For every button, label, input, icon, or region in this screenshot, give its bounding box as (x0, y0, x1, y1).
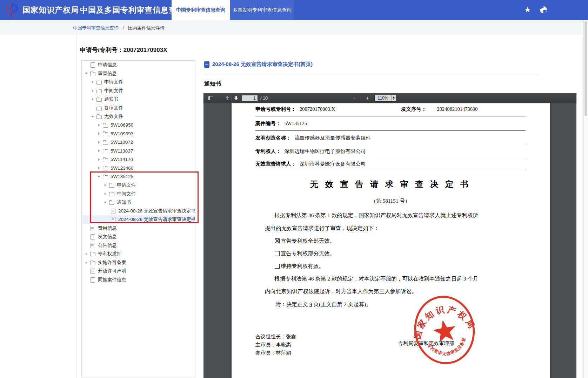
tree-item-notifications[interactable]: 通知书 (82, 95, 195, 104)
notice-section-heading: 通知书 (204, 80, 221, 88)
sidebar-toggle-button[interactable] (208, 94, 213, 102)
tree-item-patent-pledge[interactable]: 专利权质押 (82, 250, 195, 258)
chevron-right-icon[interactable] (96, 140, 101, 145)
product-name: 中国及多国专利审查信息查询 (80, 5, 185, 15)
tree-item-5W110072[interactable]: 5W110072 (82, 138, 195, 147)
arrow-up-icon (225, 96, 229, 100)
tree-item-application-files[interactable]: 申请文件 (82, 78, 195, 87)
tree-item-reexamination-files[interactable]: 复审文件 (82, 104, 195, 113)
next-page-button[interactable] (234, 94, 238, 102)
tree-item-fee-info[interactable]: 费用信息 (82, 224, 195, 233)
signer-panel-chief: 合议组组长：张鑫 (255, 333, 296, 340)
tree-item-intermediate-files[interactable]: 中间文件 (82, 87, 195, 95)
tab-china-patent-query[interactable]: 中国专利审查信息查询 (172, 0, 230, 20)
folder-icon (96, 88, 102, 94)
tree-item-gazette-info[interactable]: 公告信息 (82, 241, 195, 250)
field-petitioner: 无效宣告请求人：深圳市科曼医疗设备有限公司 (255, 160, 366, 167)
tab-multi-country-query[interactable]: 多国发明专利审查信息查询 (230, 0, 294, 20)
option-declare-partially-invalid: 宣告专利权部分无效。 (275, 250, 335, 257)
tree-item-5W106950[interactable]: 5W106950 (82, 121, 195, 130)
chevron-right-icon[interactable] (90, 97, 95, 102)
pdf-toolbar: / 10 − + 110% (203, 93, 576, 103)
pdf-page: 申请号或专利号：200720170903.X 发文序号：202408210147… (232, 103, 550, 378)
chevron-down-icon[interactable] (90, 114, 95, 119)
language-globe-icon[interactable] (539, 6, 548, 14)
tree-item-license-record[interactable]: 实施许可备案 (82, 258, 195, 267)
chevron-right-icon[interactable] (96, 157, 101, 162)
tree-item-5W109093[interactable]: 5W109093 (82, 129, 195, 138)
chevron-right-icon[interactable] (90, 80, 95, 85)
scrollbar-thumb[interactable] (584, 21, 587, 116)
checkbox-unchecked-icon (275, 251, 280, 256)
chevron-down-icon[interactable] (84, 71, 89, 76)
document-icon (90, 268, 95, 274)
chevron-right-icon[interactable] (90, 88, 95, 93)
tree-item-5W135125-intermediate-files[interactable]: 中间文件 (82, 190, 195, 198)
folder-icon (102, 157, 108, 162)
chevron-right-icon[interactable] (96, 123, 101, 128)
field-patentee: 专利权人：深圳迈瑞生物医疗电子股份有限公司 (255, 148, 366, 155)
tree-item-5W135125-application-files[interactable]: 申请文件 (82, 181, 195, 190)
rule-line (255, 171, 526, 171)
tree-item-examination-info[interactable]: 审查信息 (82, 69, 195, 78)
chevron-right-icon[interactable] (84, 260, 89, 265)
tree-item-invalidation-files[interactable]: 无效文件 (82, 112, 195, 121)
tree-item-open-license-declaration[interactable]: 开放许可声明 (82, 267, 195, 276)
chevron-right-icon[interactable] (103, 183, 108, 188)
page-total-label: / 10 (260, 96, 268, 101)
previous-page-button[interactable] (225, 94, 229, 102)
chevron-right-icon[interactable] (96, 148, 101, 153)
decision-title: 无 效 宣 告 请 求 审 查 决 定 书 (255, 179, 526, 190)
zoom-in-button[interactable]: + (363, 94, 372, 102)
signer-participating-examiner: 参审员：林萍娟 (255, 349, 291, 356)
cnipa-logo-icon (4, 2, 20, 18)
zoom-level-value: 110% (375, 96, 391, 101)
pdf-viewer: / 10 − + 110% 申请号或专利号：200720170903.X 发文序… (203, 93, 576, 378)
window-scrollbar[interactable] (583, 20, 588, 378)
current-document-title[interactable]: 2024-08-26 无效宣告请求审查决定书(首页) (212, 61, 313, 68)
current-document-row[interactable]: 2024-08-26 无效宣告请求审查决定书(首页) (204, 61, 313, 68)
tree-item-issued-docs-info[interactable]: 发文信息 (82, 232, 195, 241)
page-number-input[interactable] (242, 95, 258, 101)
chevron-right-icon[interactable] (84, 251, 89, 256)
folder-icon (109, 182, 114, 188)
chevron-down-icon[interactable] (103, 200, 108, 205)
field-case-number: 案件编号：5W135125 (255, 120, 307, 127)
decision-number: （第 581151 号） (255, 198, 526, 204)
tree-item-application-info[interactable]: 申请信息 (82, 61, 195, 69)
tree-item-5W135125-notifications[interactable]: 通知书 (82, 198, 195, 207)
pdf-canvas[interactable]: 申请号或专利号：200720170903.X 发文序号：202408210147… (203, 103, 576, 378)
tree-item-5W135125[interactable]: 5W135125 (82, 173, 195, 181)
field-invention-title: 发明创造名称：流量传感器及流量传感器安装组件 (255, 134, 371, 141)
document-icon (110, 208, 116, 214)
tree-item-5W123460[interactable]: 5W123460 (82, 164, 195, 173)
zoom-out-button[interactable]: − (350, 94, 359, 102)
folder-icon (96, 105, 102, 111)
zoom-spinner-icon[interactable] (391, 95, 396, 101)
paragraph-line: 根据专利法第 46 条第 1 款的规定，国家知识产权局对无效宣告请求人就上述专利… (274, 212, 478, 219)
chevron-right-icon[interactable] (96, 166, 101, 170)
folder-icon (90, 260, 95, 265)
paragraph-line: 提出的无效宣告请求进行了审查，现决定如下： (265, 225, 379, 232)
favorite-star-icon[interactable]: ★ (524, 6, 531, 14)
breadcrumb: 中国专利审查信息查询 / 国内案件信息详情 (73, 25, 165, 31)
tree-item-decision-doc-1[interactable]: 2024-08-26 无效宣告请求审查决定书 (82, 207, 195, 216)
checkbox-unchecked-icon (275, 264, 280, 269)
toolbar-separator (361, 96, 361, 101)
chevron-down-icon[interactable] (96, 174, 101, 179)
tree-item-decision-doc-2-selected[interactable]: 2024-08-26 无效宣告请求审查决定书 (82, 215, 195, 224)
chevron-right-icon[interactable] (103, 191, 108, 196)
tree-item-family-case-info[interactable]: 同族案件信息 (82, 276, 195, 284)
rule-line (255, 158, 526, 158)
folder-icon (90, 71, 95, 76)
breadcrumb-parent-link[interactable]: 中国专利审查信息查询 (73, 25, 119, 31)
folder-icon (102, 165, 108, 171)
tree-item-5W114170[interactable]: 5W114170 (82, 155, 195, 164)
chevron-right-icon[interactable] (96, 131, 101, 136)
org-name: 国家知识产权局 (22, 5, 79, 15)
divider (204, 74, 539, 74)
tree-item-5W113837[interactable]: 5W113837 (82, 147, 195, 155)
zoom-level-select[interactable]: 110% (374, 95, 396, 102)
folder-icon (102, 174, 108, 180)
document-icon (90, 243, 95, 248)
